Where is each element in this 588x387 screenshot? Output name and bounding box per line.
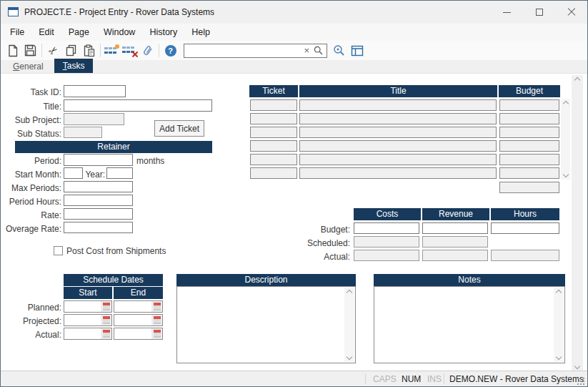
max-periods-input[interactable] — [64, 181, 133, 192]
projected-end-date[interactable] — [114, 314, 163, 326]
scroll-up-icon[interactable] — [556, 290, 562, 295]
calendar-icon — [103, 316, 110, 324]
paste-button[interactable] — [80, 42, 98, 59]
scroll-up-icon[interactable] — [562, 101, 568, 107]
add-ticket-button[interactable]: Add Ticket — [154, 120, 204, 137]
menu-history[interactable]: History — [142, 25, 184, 39]
delete-row-icon — [122, 44, 137, 57]
actual-end-date[interactable] — [114, 328, 163, 340]
tabstrip: General Tasks — [1, 60, 587, 73]
add-row-button[interactable] — [103, 42, 121, 59]
statusbar: CAPS NUM INS DEMO.NEW - Rover Data Syste… — [1, 371, 587, 386]
save-button[interactable] — [21, 42, 39, 59]
notes-scrollbar[interactable] — [554, 288, 564, 362]
ticket-cell — [250, 127, 297, 138]
delete-row-button[interactable] — [121, 42, 139, 59]
ticket-cell — [499, 140, 559, 152]
magnifier-eye-icon — [333, 44, 346, 57]
title-input[interactable] — [64, 99, 212, 112]
toolbar-separator — [41, 44, 42, 57]
cut-button[interactable]: ✂ — [44, 42, 62, 59]
ticket-table-rows — [250, 99, 559, 181]
ticket-cell — [299, 167, 497, 179]
help-button[interactable]: ? — [161, 42, 179, 59]
search-input[interactable] — [184, 45, 301, 57]
notes-header: Notes — [374, 274, 565, 286]
status-separator — [365, 373, 366, 384]
task-id-input[interactable] — [64, 85, 126, 97]
menu-help[interactable]: Help — [184, 25, 217, 39]
actual-start-date[interactable] — [64, 328, 112, 340]
ticket-cell — [499, 167, 559, 179]
ticket-cell — [299, 113, 497, 124]
calendar-button[interactable] — [101, 315, 111, 325]
budget-costs-input[interactable] — [354, 222, 419, 234]
calendar-button[interactable] — [151, 315, 162, 325]
period-hours-input[interactable] — [64, 195, 133, 206]
copy-button[interactable] — [62, 42, 80, 59]
titlebar: PROJECT.E - Project Entry - Rover Data S… — [1, 1, 587, 24]
num-indicator: NUM — [402, 374, 421, 384]
close-button[interactable] — [555, 1, 587, 24]
page-scrollbar[interactable] — [572, 75, 583, 371]
scroll-up-icon[interactable] — [574, 77, 580, 83]
scheduled-revenue-input — [422, 236, 488, 248]
clear-search-icon[interactable]: × — [301, 46, 312, 55]
layout-panel-button[interactable] — [348, 42, 366, 59]
maximize-button[interactable] — [523, 1, 555, 24]
tab-general[interactable]: General — [6, 60, 50, 73]
app-window: PROJECT.E - Project Entry - Rover Data S… — [0, 0, 588, 387]
schedule-col-end: End — [114, 287, 163, 299]
rate-input[interactable] — [64, 208, 133, 220]
ticket-cell — [250, 99, 297, 111]
new-document-button[interactable] — [4, 42, 21, 59]
scroll-up-icon[interactable] — [347, 290, 352, 295]
post-cost-checkbox[interactable] — [54, 246, 63, 255]
year-label: Year: — [76, 169, 105, 180]
overage-rate-input[interactable] — [64, 222, 133, 233]
ticket-row — [250, 127, 559, 138]
scroll-down-icon[interactable] — [347, 354, 352, 360]
year-input[interactable] — [106, 167, 133, 179]
resize-grip-icon[interactable] — [577, 378, 579, 379]
planned-start-date[interactable] — [64, 300, 112, 313]
notes-textarea[interactable] — [374, 286, 565, 363]
ticket-cell — [499, 154, 559, 165]
minimize-button[interactable] — [491, 1, 523, 24]
menu-window[interactable]: Window — [96, 25, 142, 39]
planned-end-date[interactable] — [114, 300, 163, 313]
scheduled-row-label: Scheduled: — [272, 237, 350, 249]
calendar-button[interactable] — [151, 301, 162, 312]
calendar-button[interactable] — [101, 328, 111, 339]
tab-tasks[interactable]: Tasks — [54, 59, 94, 73]
save-icon — [24, 44, 36, 57]
ticket-cell — [250, 113, 297, 124]
budget-revenue-input[interactable] — [422, 222, 488, 234]
add-row-icon — [104, 44, 119, 57]
calendar-button[interactable] — [151, 328, 162, 339]
title-label: Title: — [1, 101, 61, 112]
budget-hours-input[interactable] — [491, 222, 559, 234]
description-scrollbar[interactable] — [344, 288, 354, 362]
scroll-down-icon[interactable] — [574, 363, 580, 369]
scroll-down-icon[interactable] — [556, 354, 562, 360]
period-input[interactable] — [64, 154, 133, 166]
sub-project-label: Sub Project: — [1, 114, 61, 126]
find-lookup-button[interactable] — [330, 42, 348, 59]
close-icon — [567, 8, 576, 16]
ticket-table-scrollbar[interactable] — [561, 99, 570, 180]
ticket-cell — [299, 127, 497, 138]
menu-edit[interactable]: Edit — [31, 25, 61, 39]
scroll-down-icon[interactable] — [562, 172, 568, 177]
description-textarea[interactable] — [176, 286, 356, 363]
ticket-col-ticket: Ticket — [249, 85, 298, 97]
attach-button[interactable] — [139, 42, 156, 59]
ticket-cell — [499, 99, 559, 111]
menu-file[interactable]: File — [3, 25, 31, 39]
calendar-button[interactable] — [101, 301, 111, 312]
projected-start-date[interactable] — [64, 314, 112, 326]
description-header: Description — [176, 274, 356, 286]
menu-page[interactable]: Page — [61, 25, 96, 39]
search-icon[interactable] — [312, 46, 327, 55]
paperclip-icon — [139, 41, 156, 59]
